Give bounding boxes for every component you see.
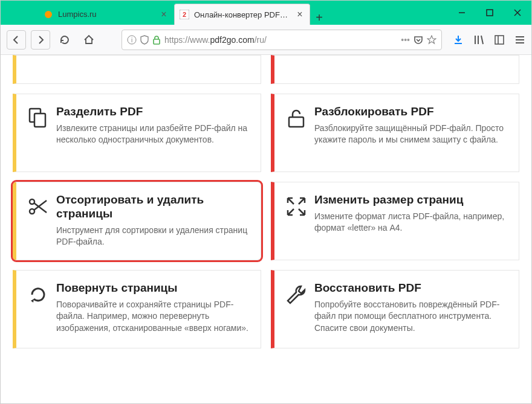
home-button[interactable] [79,30,99,50]
copy-pages-icon [26,105,56,161]
card-split-pdf[interactable]: Разделить PDF Извлеките страницы или раз… [13,94,261,172]
back-button[interactable] [7,30,26,50]
library-icon[interactable] [473,34,484,45]
shield-icon[interactable] [140,35,149,45]
svg-text:2: 2 [183,11,186,18]
favicon-pdf2go: 2 [180,10,189,19]
card-desc: Попробуйте восстановить повреждённый PDF… [314,299,509,335]
tab-pdf2go[interactable]: 2 Онлайн-конвертер PDF-файл × [174,4,310,25]
tab-title: Онлайн-конвертер PDF-файл [194,10,290,19]
lock-icon[interactable] [152,35,161,45]
window-titlebar: Lumpics.ru × 2 Онлайн-конвертер PDF-файл… [1,1,531,25]
card-title: Повернуть страницы [56,281,251,295]
maximize-button[interactable] [476,1,504,25]
bookmark-star-icon[interactable] [427,35,436,45]
menu-icon[interactable] [514,34,525,45]
tab-lumpics[interactable]: Lumpics.ru × [38,4,174,25]
page-actions-icon[interactable]: ••• [401,35,410,45]
card-sort-delete[interactable]: Отсортировать и удалить страницы Инструм… [13,182,261,260]
card-stub-right[interactable] [271,55,519,84]
expand-icon [284,193,314,249]
unlock-icon [284,105,314,161]
svg-line-12 [481,36,483,44]
card-stub-left[interactable] [13,55,261,84]
downloads-icon[interactable] [453,34,464,45]
svg-rect-13 [495,36,504,44]
minimize-button[interactable] [448,1,476,25]
card-title: Восстановить PDF [314,281,509,295]
page-content[interactable]: Разделить PDF Извлеките страницы или раз… [1,55,531,403]
window-controls [448,1,531,25]
favicon-lumpics [44,10,53,19]
toolbar-right [453,34,525,45]
close-window-button[interactable] [504,1,531,25]
close-icon[interactable]: × [159,10,169,19]
scissors-icon [26,193,56,249]
tabs-strip: Lumpics.ru × 2 Онлайн-конвертер PDF-файл… [1,1,448,25]
svg-point-0 [45,11,52,18]
url-text: https://www.pdf2go.com/ru/ [164,35,267,45]
url-domain: pdf2go.com [210,35,254,45]
svg-rect-19 [34,114,45,127]
card-desc: Извлеките страницы или разбейте PDF-файл… [56,123,251,146]
svg-line-23 [34,203,47,213]
card-unlock-pdf[interactable]: Разблокировать PDF Разблокируйте защищён… [271,94,519,172]
svg-line-24 [34,200,47,210]
card-repair-pdf[interactable]: Восстановить PDF Попробуйте восстановить… [271,270,519,348]
tab-title: Lumpics.ru [58,10,154,19]
pocket-icon[interactable] [414,35,423,45]
nav-toolbar: i https://www.pdf2go.com/ru/ ••• [1,25,531,55]
svg-text:i: i [131,37,132,43]
reload-button[interactable] [55,30,74,50]
card-title: Разделить PDF [56,105,251,119]
forward-button[interactable] [31,30,50,50]
card-rotate-pages[interactable]: Повернуть страницы Поворачивайте и сохра… [13,270,261,348]
card-title: Изменить размер страниц [314,193,509,207]
url-bar[interactable]: i https://www.pdf2go.com/ru/ ••• [122,30,442,50]
tools-grid: Разделить PDF Извлеките страницы или раз… [13,55,519,348]
card-desc: Разблокируйте защищённый PDF-файл. Прост… [314,123,509,146]
card-resize-pages[interactable]: Изменить размер страниц Измените формат … [271,182,519,260]
card-desc: Измените формат листа PDF-файла, наприме… [314,211,509,234]
sidebar-icon[interactable] [494,34,505,45]
wrench-icon [284,281,314,337]
info-icon[interactable]: i [127,35,137,45]
url-path: /ru/ [255,35,267,45]
card-desc: Поворачивайте и сохраняйте страницы PDF-… [56,299,251,335]
svg-rect-20 [289,117,303,127]
card-title: Отсортировать и удалить страницы [56,193,251,221]
card-desc: Инструмент для сортировки и удаления стр… [56,225,251,248]
new-tab-button[interactable]: + [310,11,328,25]
svg-rect-4 [487,10,493,16]
close-icon[interactable]: × [295,10,305,19]
card-title: Разблокировать PDF [314,105,509,119]
svg-rect-9 [154,39,160,44]
url-prefix: https://www. [164,35,210,45]
rotate-icon [26,281,56,337]
